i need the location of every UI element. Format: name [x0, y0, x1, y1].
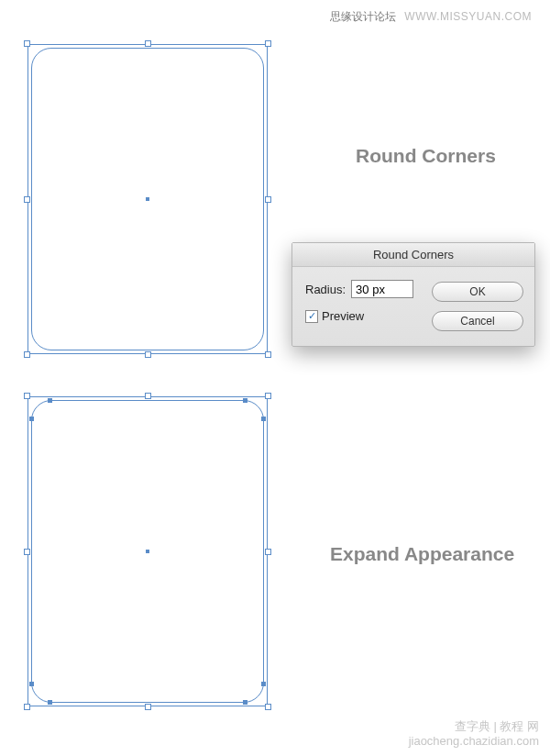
anchor-point	[261, 682, 266, 686]
dialog-title: Round Corners	[292, 243, 534, 267]
anchor-point	[243, 700, 248, 705]
handle-ml[interactable]	[24, 549, 30, 555]
round-corners-dialog: Round Corners Radius: ✓ Preview OK Cance…	[292, 242, 535, 347]
anchor-point	[48, 700, 52, 705]
label-round-corners: Round Corners	[356, 145, 496, 167]
center-point	[146, 550, 149, 553]
handle-bm[interactable]	[145, 704, 151, 710]
handle-mr[interactable]	[265, 196, 271, 203]
handle-br[interactable]	[265, 704, 271, 710]
watermark-bottom: 查字典 | 教程 网 jiaocheng.chazidian.com	[409, 719, 539, 750]
ok-button[interactable]: OK	[432, 282, 523, 302]
dialog-body: Radius: ✓ Preview OK Cancel	[292, 267, 534, 346]
handle-bl[interactable]	[24, 704, 30, 710]
handle-tl[interactable]	[24, 393, 30, 399]
label-expand-appearance: Expand Appearance	[330, 543, 514, 565]
artboard-expand-appearance	[28, 396, 268, 706]
watermark-top-url: WWW.MISSYUAN.COM	[404, 10, 532, 23]
radius-input[interactable]	[351, 280, 413, 298]
watermark-bottom-line2: jiaocheng.chazidian.com	[409, 734, 539, 749]
handle-bm[interactable]	[145, 351, 151, 358]
handle-tl[interactable]	[24, 40, 30, 47]
preview-checkbox[interactable]: ✓	[305, 310, 318, 323]
watermark-bottom-line1: 查字典 | 教程 网	[409, 719, 539, 734]
anchor-point	[261, 417, 266, 421]
anchor-point	[29, 417, 34, 421]
handle-ml[interactable]	[24, 196, 30, 203]
anchor-point	[243, 398, 248, 403]
anchor-point	[48, 398, 52, 403]
preview-label: Preview	[322, 309, 364, 323]
watermark-top: 思缘设计论坛 WWW.MISSYUAN.COM	[330, 9, 532, 25]
handle-tm[interactable]	[145, 40, 151, 47]
center-point	[146, 197, 149, 201]
cancel-button[interactable]: Cancel	[432, 311, 523, 331]
handle-bl[interactable]	[24, 351, 30, 358]
radius-label: Radius:	[305, 283, 346, 296]
watermark-top-chinese: 思缘设计论坛	[330, 10, 396, 23]
handle-br[interactable]	[265, 351, 271, 358]
handle-mr[interactable]	[265, 549, 271, 555]
handle-tr[interactable]	[265, 40, 271, 47]
anchor-point	[29, 682, 34, 686]
handle-tr[interactable]	[265, 393, 271, 399]
handle-tm[interactable]	[145, 393, 151, 399]
artboard-round-corners	[28, 44, 268, 354]
